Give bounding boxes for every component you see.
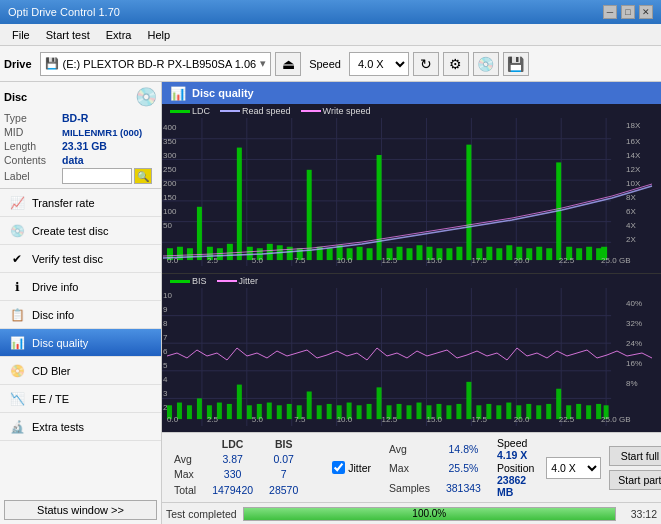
menu-bar: File Start test Extra Help: [0, 24, 661, 46]
start-part-button[interactable]: Start part: [609, 470, 661, 490]
svg-text:10X: 10X: [626, 179, 641, 188]
speed-section: Speed 4.19 X Position 23862 MB: [493, 437, 538, 498]
drive-value: (E:) PLEXTOR BD-R PX-LB950SA 1.06: [63, 58, 257, 70]
menu-extra[interactable]: Extra: [98, 27, 140, 43]
svg-text:300: 300: [163, 151, 177, 160]
svg-text:25.0 GB: 25.0 GB: [601, 256, 630, 265]
length-value: 23.31 GB: [62, 140, 107, 152]
nav-transfer-rate[interactable]: 📈 Transfer rate: [0, 189, 161, 217]
nav-drive-info[interactable]: ℹ Drive info: [0, 273, 161, 301]
menu-start-test[interactable]: Start test: [38, 27, 98, 43]
svg-rect-139: [506, 403, 511, 420]
drive-select[interactable]: 💾 (E:) PLEXTOR BD-R PX-LB950SA 1.06 ▾: [40, 52, 272, 76]
fe-te-icon: 📉: [8, 390, 26, 408]
nav-disc-info-label: Disc info: [32, 309, 74, 321]
disc-info-icon: 📋: [8, 306, 26, 324]
svg-rect-147: [586, 405, 591, 419]
nav-disc-info[interactable]: 📋 Disc info: [0, 301, 161, 329]
progress-label: Test completed: [166, 508, 237, 520]
save-button[interactable]: 💾: [503, 52, 529, 76]
disc-panel: Disc 💿 Type BD-R MID MILLENMR1 (000) Len…: [0, 82, 161, 189]
disc-quality-icon: 📊: [8, 334, 26, 352]
nav-cd-bler[interactable]: 📀 CD Bler: [0, 357, 161, 385]
svg-text:350: 350: [163, 137, 177, 146]
stats-total-ldc: 1479420: [204, 482, 261, 498]
eject-button[interactable]: ⏏: [275, 52, 301, 76]
nav-create-test-disc[interactable]: 💿 Create test disc: [0, 217, 161, 245]
svg-text:10.0: 10.0: [337, 415, 353, 424]
progress-track: 100.0%: [243, 507, 616, 521]
position-value: 23862 MB: [497, 474, 526, 498]
progress-text: 100.0%: [244, 508, 615, 520]
svg-rect-37: [367, 248, 373, 260]
refresh-button[interactable]: ↻: [413, 52, 439, 76]
svg-text:200: 200: [163, 179, 177, 188]
start-full-button[interactable]: Start full: [609, 446, 661, 466]
stats-avg-bis: 0.07: [261, 451, 306, 467]
bottom-chart-svg: 10 9 8 7 6 5 4 3 2 40% 32% 24% 16% 8%: [162, 288, 661, 426]
main-layout: Disc 💿 Type BD-R MID MILLENMR1 (000) Len…: [0, 82, 661, 524]
drive-info-icon: ℹ: [8, 278, 26, 296]
svg-rect-119: [307, 392, 312, 420]
svg-rect-27: [267, 244, 273, 260]
ldc-legend-label: LDC: [192, 106, 210, 116]
svg-rect-120: [317, 405, 322, 419]
label-search-button[interactable]: 🔍: [134, 168, 152, 184]
svg-rect-121: [327, 404, 332, 419]
nav-extra-tests[interactable]: 🔬 Extra tests: [0, 413, 161, 441]
svg-rect-108: [197, 398, 202, 419]
svg-text:2: 2: [163, 403, 168, 412]
svg-rect-146: [576, 404, 581, 419]
svg-rect-137: [486, 404, 491, 419]
disc-quality-header: 📊 Disc quality: [162, 82, 661, 104]
svg-rect-54: [536, 247, 542, 260]
svg-text:16%: 16%: [626, 359, 642, 368]
menu-file[interactable]: File: [4, 27, 38, 43]
svg-rect-36: [357, 247, 363, 260]
svg-rect-117: [287, 404, 292, 419]
jitter-max-label: Max: [381, 459, 438, 479]
read-speed-legend-label: Read speed: [242, 106, 291, 116]
jitter-samples-val: 381343: [438, 478, 489, 498]
nav-extra-tests-label: Extra tests: [32, 421, 84, 433]
close-button[interactable]: ✕: [639, 5, 653, 19]
read-speed-legend: Read speed: [220, 106, 291, 116]
nav-verify-test-disc[interactable]: ✔ Verify test disc: [0, 245, 161, 273]
svg-text:3: 3: [163, 389, 168, 398]
stats-avg-ldc: 3.87: [204, 451, 261, 467]
svg-rect-128: [397, 404, 402, 419]
jitter-legend-label: Jitter: [239, 276, 259, 286]
svg-text:16X: 16X: [626, 137, 641, 146]
svg-text:24%: 24%: [626, 339, 642, 348]
settings-button[interactable]: ⚙: [443, 52, 469, 76]
stats-speed-select[interactable]: 4.0 X: [546, 457, 601, 479]
svg-rect-46: [456, 247, 462, 260]
speed-select[interactable]: 4.0 X: [349, 52, 409, 76]
status-window-button[interactable]: Status window >>: [4, 500, 157, 520]
menu-help[interactable]: Help: [139, 27, 178, 43]
svg-text:7.5: 7.5: [294, 256, 306, 265]
svg-rect-135: [466, 382, 471, 419]
svg-text:4X: 4X: [626, 221, 636, 230]
bis-legend-label: BIS: [192, 276, 207, 286]
nav-fe-te-label: FE / TE: [32, 393, 69, 405]
disc-panel-title: Disc: [4, 91, 27, 103]
svg-rect-40: [397, 247, 403, 260]
speed-label: Speed: [309, 58, 341, 70]
label-input[interactable]: [62, 168, 132, 184]
nav-disc-quality[interactable]: 📊 Disc quality: [0, 329, 161, 357]
svg-text:10: 10: [163, 291, 172, 300]
nav-fe-te[interactable]: 📉 FE / TE: [0, 385, 161, 413]
svg-rect-24: [237, 148, 242, 260]
label-label: Label: [4, 170, 62, 182]
maximize-button[interactable]: □: [621, 5, 635, 19]
disc-button[interactable]: 💿: [473, 52, 499, 76]
svg-text:20.0: 20.0: [514, 415, 530, 424]
jitter-checkbox[interactable]: [332, 461, 345, 474]
svg-text:8: 8: [163, 319, 168, 328]
sidebar: Disc 💿 Type BD-R MID MILLENMR1 (000) Len…: [0, 82, 162, 524]
svg-text:250: 250: [163, 165, 177, 174]
write-speed-legend: Write speed: [301, 106, 371, 116]
minimize-button[interactable]: ─: [603, 5, 617, 19]
verify-test-disc-icon: ✔: [8, 250, 26, 268]
